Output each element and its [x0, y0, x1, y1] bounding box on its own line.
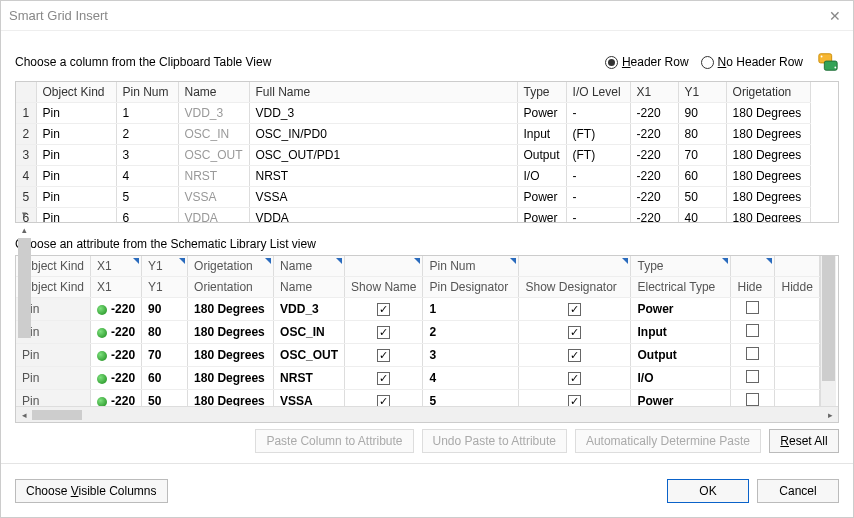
cell-name[interactable]: VDDA	[178, 208, 249, 223]
cell-show-name[interactable]	[345, 344, 423, 367]
cell-orientation[interactable]: 180 Degrees	[726, 145, 810, 166]
hB-electrical-type[interactable]: Electrical Type	[631, 277, 731, 298]
table-row[interactable]: Pin-22070180 DegreesOSC_OUT3Output	[16, 344, 819, 367]
checkbox-icon[interactable]	[377, 303, 390, 316]
cell-hidden[interactable]	[775, 367, 819, 390]
hA-blank1[interactable]	[345, 256, 423, 277]
cell-y1[interactable]: 60	[142, 367, 188, 390]
cell-show-name[interactable]	[345, 390, 423, 407]
cell-full-name[interactable]: OSC_IN/PD0	[249, 124, 517, 145]
cell-orientation[interactable]: 180 Degrees	[726, 103, 810, 124]
cell-x1[interactable]: -220	[630, 145, 678, 166]
cell-show-designator[interactable]	[519, 298, 631, 321]
table-row[interactable]: 4Pin4NRSTNRSTI/O--22060180 Degrees	[16, 166, 810, 187]
cell-y1[interactable]: 90	[678, 103, 726, 124]
cell-x1[interactable]: -220	[630, 187, 678, 208]
cell-y1[interactable]: 50	[142, 390, 188, 407]
hA-type[interactable]: Type	[631, 256, 731, 277]
paste-column-button[interactable]: Paste Column to Attribute	[255, 429, 413, 453]
cell-hide[interactable]	[731, 367, 775, 390]
radio-no-header-row[interactable]: No Header Row	[701, 55, 803, 69]
cell-type[interactable]: Output	[517, 145, 566, 166]
cell-object-kind[interactable]: Pin	[16, 367, 91, 390]
cell-y1[interactable]: 80	[678, 124, 726, 145]
cell-type[interactable]: Power	[517, 103, 566, 124]
cell-orientation[interactable]: 180 Degrees	[726, 187, 810, 208]
checkbox-icon[interactable]	[746, 324, 759, 337]
table-row[interactable]: 5Pin5VSSAVSSAPower--22050180 Degrees	[16, 187, 810, 208]
cell-name[interactable]: OSC_OUT	[274, 344, 345, 367]
cell-hide[interactable]	[731, 344, 775, 367]
cell-electrical-type[interactable]: Output	[631, 344, 731, 367]
cell-y1[interactable]: 70	[142, 344, 188, 367]
cell-io-level[interactable]: (FT)	[566, 145, 630, 166]
cell-pin-designator[interactable]: 1	[423, 298, 519, 321]
table-row[interactable]: Pin-22090180 DegreesVDD_31Power	[16, 298, 819, 321]
cell-full-name[interactable]: VSSA	[249, 187, 517, 208]
cell-hidden[interactable]	[775, 390, 819, 407]
hB-pin-designator[interactable]: Pin Designator	[423, 277, 519, 298]
radio-header-row[interactable]: Header Row	[605, 55, 689, 69]
checkbox-icon[interactable]	[746, 301, 759, 314]
hA-blank3[interactable]	[731, 256, 775, 277]
auto-determine-button[interactable]: Automatically Determine Paste	[575, 429, 761, 453]
hB-show-name[interactable]: Show Name	[345, 277, 423, 298]
cell-object-kind[interactable]: Pin	[36, 103, 116, 124]
hA-pin-num[interactable]: Pin Num	[423, 256, 519, 277]
cell-full-name[interactable]: VDD_3	[249, 103, 517, 124]
hB-y1[interactable]: Y1	[142, 277, 188, 298]
vertical-scrollbar[interactable]	[820, 256, 836, 406]
cell-pin-designator[interactable]: 5	[423, 390, 519, 407]
cell-object-kind[interactable]: Pin	[36, 208, 116, 223]
cell-name[interactable]: VSSA	[274, 390, 345, 407]
col-orientation[interactable]: Origetation	[726, 82, 810, 103]
cell-object-kind[interactable]: Pin	[36, 145, 116, 166]
hB-show-designator[interactable]: Show Designator	[519, 277, 631, 298]
cell-electrical-type[interactable]: Power	[631, 390, 731, 407]
cancel-button[interactable]: Cancel	[757, 479, 839, 503]
hB-hidden[interactable]: Hidde	[775, 277, 819, 298]
table-row[interactable]: 3Pin3OSC_OUTOSC_OUT/PD1Output(FT)-220701…	[16, 145, 810, 166]
cell-x1[interactable]: -220	[630, 208, 678, 223]
hB-orientation[interactable]: Orientation	[188, 277, 274, 298]
table-row[interactable]: 2Pin2OSC_INOSC_IN/PD0Input(FT)-22080180 …	[16, 124, 810, 145]
cell-full-name[interactable]: NRST	[249, 166, 517, 187]
scroll-left-icon[interactable]: ◂	[16, 410, 32, 420]
checkbox-icon[interactable]	[746, 370, 759, 383]
cell-orientation[interactable]: 180 Degrees	[188, 321, 274, 344]
cell-y1[interactable]: 70	[678, 145, 726, 166]
cell-name[interactable]: OSC_IN	[274, 321, 345, 344]
cell-type[interactable]: Power	[517, 208, 566, 223]
hB-x1[interactable]: X1	[91, 277, 142, 298]
cell-orientation[interactable]: 180 Degrees	[188, 390, 274, 407]
cell-hide[interactable]	[731, 321, 775, 344]
cell-io-level[interactable]: -	[566, 103, 630, 124]
col-y1[interactable]: Y1	[678, 82, 726, 103]
cell-object-kind[interactable]: Pin	[36, 187, 116, 208]
cell-show-designator[interactable]	[519, 390, 631, 407]
checkbox-icon[interactable]	[568, 395, 581, 406]
cell-pin-designator[interactable]: 4	[423, 367, 519, 390]
cell-object-kind[interactable]: Pin	[16, 344, 91, 367]
component-icon[interactable]	[817, 51, 839, 73]
col-io-level[interactable]: I/O Level	[566, 82, 630, 103]
col-pin-num[interactable]: Pin Num	[116, 82, 178, 103]
cell-type[interactable]: I/O	[517, 166, 566, 187]
col-x1[interactable]: X1	[630, 82, 678, 103]
cell-type[interactable]: Input	[517, 124, 566, 145]
cell-type[interactable]: Power	[517, 187, 566, 208]
cell-x1[interactable]: -220	[91, 321, 142, 344]
cell-name[interactable]: VDD_3	[274, 298, 345, 321]
cell-y1[interactable]: 40	[678, 208, 726, 223]
cell-pin-num[interactable]: 5	[116, 187, 178, 208]
checkbox-icon[interactable]	[746, 347, 759, 360]
cell-io-level[interactable]: -	[566, 187, 630, 208]
cell-orientation[interactable]: 180 Degrees	[726, 166, 810, 187]
cell-show-designator[interactable]	[519, 367, 631, 390]
cell-show-name[interactable]	[345, 367, 423, 390]
cell-show-name[interactable]	[345, 298, 423, 321]
cell-object-kind[interactable]: Pin	[16, 390, 91, 407]
cell-electrical-type[interactable]: Power	[631, 298, 731, 321]
cell-io-level[interactable]: (FT)	[566, 124, 630, 145]
hB-name[interactable]: Name	[274, 277, 345, 298]
